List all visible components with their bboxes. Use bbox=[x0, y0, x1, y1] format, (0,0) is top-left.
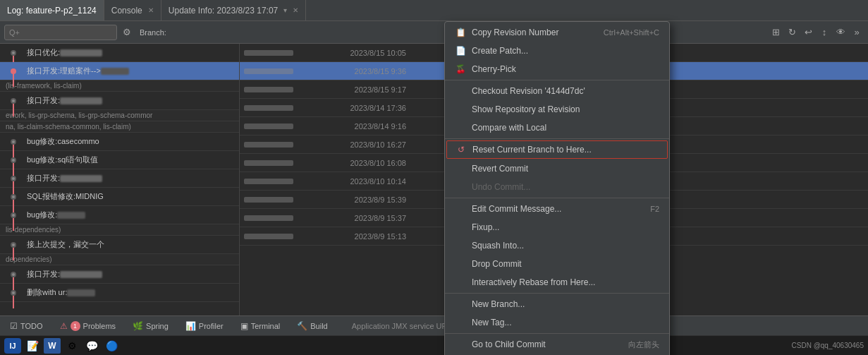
date: 2023/8/10 16:08 bbox=[314, 159, 406, 167]
tab-log[interactable]: Log: feature-P-p2_1124 bbox=[0, 0, 104, 20]
branch-info-4: lis-dependencies) bbox=[0, 224, 239, 236]
menu-reset-branch[interactable]: ↺ Reset Current Branch to Here... bbox=[446, 140, 668, 159]
menu-compare-local[interactable]: Compare with Local bbox=[445, 119, 669, 137]
menu-divider-5 bbox=[445, 333, 669, 334]
undo-icon[interactable]: ↩ bbox=[801, 25, 815, 40]
graph-col bbox=[3, 50, 24, 56]
settings-taskbar-icon: ⚙ bbox=[68, 340, 77, 351]
commit-row[interactable]: 删除with ur: bbox=[0, 284, 239, 302]
tab-console-close[interactable]: ✕ bbox=[148, 6, 154, 14]
columns-icon[interactable]: ⊞ bbox=[769, 25, 783, 40]
swap-icon[interactable]: ↕ bbox=[817, 25, 831, 40]
commit-row[interactable]: SQL报错修改:MIDNIG bbox=[0, 188, 239, 206]
menu-new-tag[interactable]: New Tag... bbox=[445, 313, 669, 332]
menu-new-branch-label: New Branch... bbox=[472, 299, 525, 309]
menu-drop-commit[interactable]: Drop Commit bbox=[445, 255, 669, 273]
menu-copy-revision[interactable]: 📋 Copy Revision Number Ctrl+Alt+Shift+C bbox=[445, 23, 669, 42]
chat-icon: 💬 bbox=[86, 340, 98, 351]
search-input[interactable] bbox=[23, 28, 114, 37]
status-tab-build[interactable]: 🔨 Build bbox=[293, 320, 331, 332]
status-bar: ☑ TODO ⚠ 1 Problems 🌿 Spring 📊 Profiler … bbox=[0, 315, 868, 335]
graph-col bbox=[3, 176, 24, 181]
taskbar-app-blue[interactable]: 🔵 bbox=[103, 338, 120, 354]
commit-row[interactable]: 接口优化: bbox=[0, 44, 239, 62]
taskbar-app-word[interactable]: W bbox=[44, 338, 61, 354]
toolbar-right: ⊞ ↻ ↩ ↕ 👁 » bbox=[769, 25, 864, 40]
date: 2023/8/10 10:14 bbox=[314, 177, 406, 186]
status-profiler-label: Profiler bbox=[199, 322, 224, 330]
author bbox=[244, 67, 314, 76]
graph-col bbox=[3, 98, 24, 104]
menu-fixup[interactable]: Fixup... bbox=[445, 218, 669, 236]
commit-row[interactable]: bug修改: bbox=[0, 206, 239, 224]
commit-msg: SQL报错修改:MIDNIG bbox=[24, 191, 236, 202]
refresh-icon[interactable]: ↻ bbox=[785, 25, 799, 40]
graph-col bbox=[3, 194, 24, 200]
commit-row[interactable]: bug修改:sql语句取值 bbox=[0, 151, 239, 169]
tab-console[interactable]: Console ✕ bbox=[104, 0, 161, 20]
menu-new-branch[interactable]: New Branch... bbox=[445, 295, 669, 313]
date: 2023/8/14 17:36 bbox=[314, 104, 406, 112]
taskbar-app-chat[interactable]: 💬 bbox=[83, 338, 100, 354]
checkout-icon bbox=[455, 85, 466, 97]
tab-update-label: Update Info: 2023/8/23 17:07 bbox=[169, 6, 278, 16]
settings-icon[interactable]: ⚙ bbox=[120, 25, 134, 40]
revert-icon bbox=[455, 163, 466, 174]
menu-undo-commit[interactable]: Undo Commit... bbox=[445, 178, 669, 196]
author bbox=[244, 122, 314, 131]
status-terminal-label: Terminal bbox=[251, 322, 281, 330]
menu-interactive-rebase[interactable]: Interactively Rebase from Here... bbox=[445, 273, 669, 291]
tab-update-info[interactable]: Update Info: 2023/8/23 17:07 ▾ ✕ bbox=[161, 0, 306, 20]
menu-cherry-pick[interactable]: 🍒 Cherry-Pick bbox=[445, 60, 669, 78]
commit-row[interactable]: 接口开发: bbox=[0, 169, 239, 188]
menu-create-patch[interactable]: 📄 Create Patch... bbox=[445, 42, 669, 60]
dropdown-icon[interactable]: ▾ bbox=[283, 6, 287, 14]
commit-row[interactable]: 接口开发:理赔案件--> bbox=[0, 62, 239, 80]
menu-checkout-revision[interactable]: Checkout Revision '4144d7dc' bbox=[445, 82, 669, 100]
commit-msg: 删除with ur: bbox=[24, 287, 236, 298]
fixup-icon bbox=[455, 222, 466, 233]
taskbar-app-notes[interactable]: 📝 bbox=[24, 338, 41, 354]
date: 2023/8/9 15:37 bbox=[314, 214, 406, 222]
date: 2023/8/15 9:17 bbox=[314, 85, 406, 94]
menu-fixup-label: Fixup... bbox=[472, 222, 499, 232]
tab-update-close[interactable]: ✕ bbox=[293, 6, 298, 14]
menu-edit-commit[interactable]: Edit Commit Message... F2 bbox=[445, 200, 669, 218]
menu-show-repository[interactable]: Show Repository at Revision bbox=[445, 100, 669, 119]
search-box[interactable]: Q+ bbox=[4, 25, 117, 40]
status-tab-profiler[interactable]: 📊 Profiler bbox=[181, 320, 228, 332]
commit-row[interactable]: 接上次提交，漏交一个 bbox=[0, 236, 239, 254]
commit-row[interactable]: 接口开发: bbox=[0, 92, 239, 110]
menu-cherry-pick-label: Cherry-Pick bbox=[472, 64, 516, 74]
author bbox=[244, 140, 314, 149]
eye-icon[interactable]: 👁 bbox=[833, 25, 848, 40]
author bbox=[244, 177, 314, 186]
graph-col bbox=[3, 157, 24, 163]
status-tab-spring[interactable]: 🌿 Spring bbox=[128, 320, 173, 332]
status-tab-problems[interactable]: ⚠ 1 Problems bbox=[56, 320, 120, 332]
author bbox=[244, 49, 314, 57]
undo-commit-icon bbox=[455, 181, 466, 193]
more-icon[interactable]: » bbox=[850, 25, 864, 40]
branch-info-3: na, lis-claim-schema-common, lis-claim) bbox=[0, 121, 239, 133]
menu-squash[interactable]: Squash Into... bbox=[445, 236, 669, 255]
new-tag-icon bbox=[455, 317, 466, 328]
branch-label: Branch: bbox=[140, 28, 166, 37]
problems-icon: ⚠ bbox=[60, 321, 68, 331]
commit-row[interactable]: 接口开发: bbox=[0, 265, 239, 284]
status-tab-terminal[interactable]: ▣ Terminal bbox=[236, 320, 285, 332]
title-bar: Log: feature-P-p2_1124 Console ✕ Update … bbox=[0, 0, 868, 21]
taskbar-app-intellij[interactable]: IJ bbox=[4, 338, 21, 354]
menu-create-patch-label: Create Patch... bbox=[472, 46, 528, 56]
context-menu: 📋 Copy Revision Number Ctrl+Alt+Shift+C … bbox=[444, 21, 670, 355]
menu-child-label: Go to Child Commit bbox=[472, 339, 546, 349]
menu-revert-commit[interactable]: Revert Commit bbox=[445, 160, 669, 178]
taskbar-app-settings[interactable]: ⚙ bbox=[63, 338, 80, 354]
problems-badge: 1 bbox=[71, 321, 80, 331]
commit-row[interactable]: bug修改:casecommo bbox=[0, 133, 239, 151]
taskbar-right-text: CSDN @qq_40630465 bbox=[792, 342, 864, 349]
date: 2023/8/9 15:39 bbox=[314, 195, 406, 204]
status-tab-todo[interactable]: ☑ TODO bbox=[6, 320, 47, 332]
menu-go-child[interactable]: Go to Child Commit 向左箭头 bbox=[445, 335, 669, 354]
squash-icon bbox=[455, 240, 466, 251]
